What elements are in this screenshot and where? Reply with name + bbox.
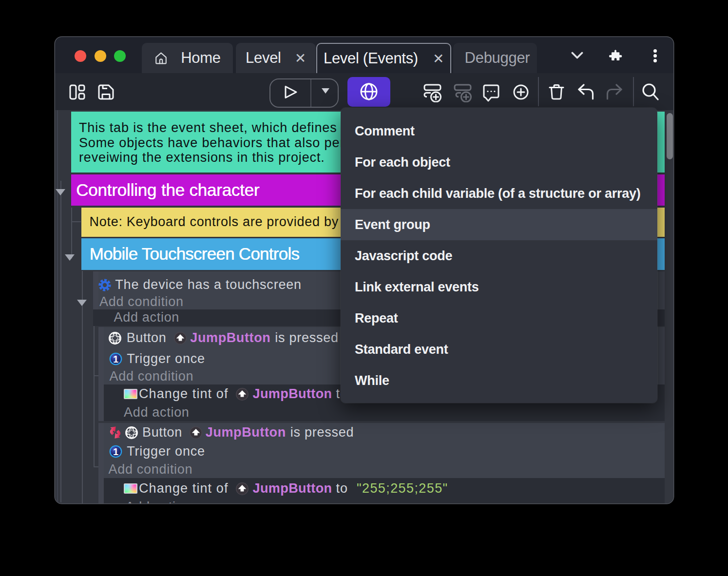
svg-text:1: 1 [113, 446, 118, 457]
svg-text:1: 1 [113, 353, 118, 364]
